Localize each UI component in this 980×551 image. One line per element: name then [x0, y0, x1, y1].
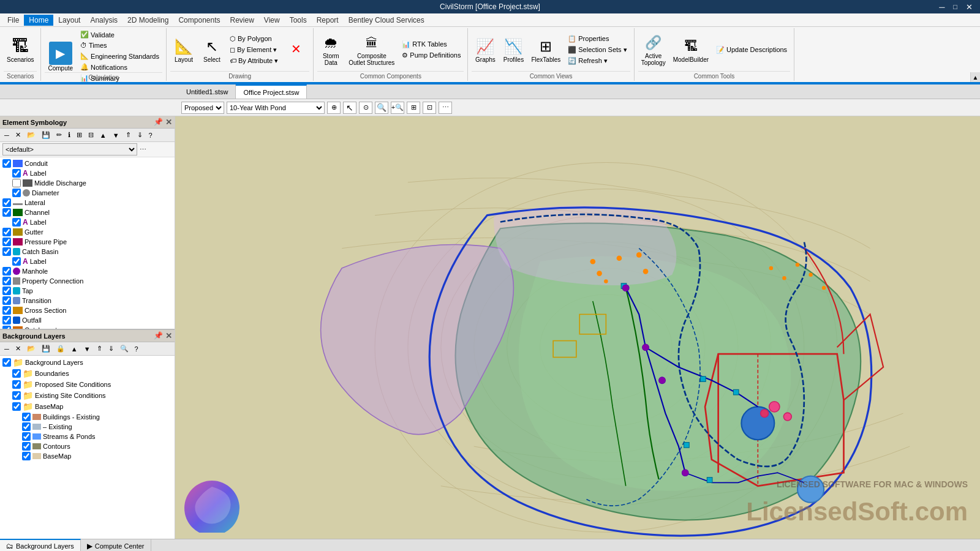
tool-up[interactable]: ▲: [97, 130, 109, 140]
rtk-btn[interactable]: 📊 RTK Tables: [399, 39, 464, 50]
bg-tool-minus[interactable]: ─: [2, 344, 12, 354]
flextables-btn[interactable]: ⊞ FlexTables: [528, 30, 564, 69]
close-x-btn[interactable]: ✕: [282, 29, 309, 69]
bg-tool-lock[interactable]: 🔒: [54, 343, 67, 354]
elem-sym-select[interactable]: <default>: [2, 143, 137, 156]
menu-bentley[interactable]: Bentley Cloud Services: [344, 15, 429, 26]
by-attribute-btn[interactable]: 🏷 By Attribute ▾: [227, 56, 281, 66]
manhole-check[interactable]: [2, 267, 11, 276]
boundaries-check[interactable]: [12, 369, 21, 378]
existing-sub-check[interactable]: [22, 422, 31, 431]
channel-check[interactable]: [2, 208, 11, 217]
selection-sets-btn[interactable]: ⬛ Selection Sets ▾: [565, 45, 630, 55]
bg-tool-down[interactable]: ▼: [81, 344, 93, 354]
buildings-check[interactable]: [22, 413, 31, 421]
bg-tool-help[interactable]: ?: [132, 344, 141, 354]
storm-data-btn[interactable]: 🌧 StormData: [317, 30, 344, 69]
maximize-btn[interactable]: □: [949, 3, 961, 10]
scenarios-btn[interactable]: 🏗 Scenarios: [4, 30, 37, 69]
basemap-sub-check[interactable]: [22, 452, 31, 460]
tree-pressure-pipe[interactable]: Pressure Pipe: [1, 237, 173, 247]
conduit-label-check[interactable]: [12, 169, 21, 178]
tree-manhole[interactable]: Manhole: [1, 266, 173, 276]
menu-2dmodeling[interactable]: 2D Modeling: [123, 15, 173, 26]
bg-root-check[interactable]: [2, 358, 11, 367]
tree-gutter[interactable]: Gutter: [1, 227, 173, 237]
tool-movedown[interactable]: ⇓: [135, 130, 145, 140]
tree-conduit-label[interactable]: A Label: [1, 168, 173, 178]
return-period-select[interactable]: 10-Year With Pond: [227, 102, 325, 114]
menu-components[interactable]: Components: [173, 15, 225, 26]
property-connection-check[interactable]: [2, 277, 11, 285]
view-btn-crosshair[interactable]: ⊙: [359, 102, 372, 114]
menu-analysis[interactable]: Analysis: [85, 15, 123, 26]
tab-untitled[interactable]: Untitled1.stsw: [179, 84, 236, 99]
tree-bg-root[interactable]: 📁 Background Layers: [1, 357, 173, 368]
conduit-check[interactable]: [2, 159, 11, 168]
tree-catch-basin-label[interactable]: A Label: [1, 257, 173, 266]
tool-edit[interactable]: ✏: [54, 130, 64, 140]
proposed-site-check[interactable]: [12, 380, 21, 389]
menu-tools[interactable]: Tools: [285, 15, 312, 26]
lateral-check[interactable]: [2, 198, 11, 207]
tree-contours[interactable]: Contours: [1, 441, 173, 451]
tree-existing-site[interactable]: 📁 Existing Site Conditions: [1, 390, 173, 401]
catch-basin-label-check[interactable]: [12, 257, 21, 266]
refresh-btn[interactable]: 🔄 Refresh ▾: [565, 56, 630, 66]
bg-tool-open[interactable]: 📂: [24, 343, 38, 354]
tool-help[interactable]: ?: [146, 130, 155, 140]
basemap-check[interactable]: [12, 402, 21, 411]
tree-middle-discharge[interactable]: Middle Discharge: [1, 178, 173, 188]
view-btn-grid[interactable]: ⊡: [423, 102, 436, 114]
transition-check[interactable]: [2, 296, 11, 305]
active-topology-btn[interactable]: 🔗 ActiveTopology: [638, 30, 669, 69]
elem-sym-more[interactable]: ⋯: [140, 146, 146, 154]
layout-btn[interactable]: 📐 Layout: [170, 30, 197, 69]
view-btn-more[interactable]: ⋯: [439, 102, 452, 114]
tree-tap[interactable]: Tap: [1, 286, 173, 296]
notifications-btn[interactable]: 🔔 Notifications: [77, 62, 162, 72]
model-builder-btn[interactable]: 🏗 ModelBuilder: [670, 30, 712, 69]
menu-view[interactable]: View: [259, 15, 285, 26]
update-desc-btn[interactable]: 📝 Update Descriptions: [713, 45, 790, 55]
times-btn[interactable]: ⏱ Times: [77, 40, 162, 50]
middle-discharge-check[interactable]: [12, 179, 21, 187]
tree-basemap[interactable]: 📁 BaseMap: [1, 401, 173, 412]
tree-channel[interactable]: Channel: [1, 208, 173, 217]
scenario-select[interactable]: Proposed: [181, 102, 224, 114]
close-bg-layers-btn[interactable]: ✕: [165, 331, 172, 340]
tool-minus[interactable]: ─: [2, 130, 12, 140]
tree-existing-sub[interactable]: – Existing: [1, 422, 173, 432]
view-btn-1[interactable]: ⊕: [327, 102, 341, 114]
tree-catchment[interactable]: Catchment: [1, 325, 173, 329]
bg-tool-up[interactable]: ▲: [69, 344, 80, 354]
tree-streams[interactable]: Streams & Ponds: [1, 432, 173, 441]
tree-transition[interactable]: Transition: [1, 296, 173, 305]
menu-file[interactable]: File: [2, 15, 24, 26]
tree-catch-basin[interactable]: Catch Basin: [1, 247, 173, 257]
tap-check[interactable]: [2, 287, 11, 295]
by-polygon-btn[interactable]: ⬡ By Polygon: [227, 34, 281, 44]
catch-basin-check[interactable]: [2, 247, 11, 256]
tool-expand[interactable]: ⊞: [74, 130, 85, 140]
catchment-check[interactable]: [2, 326, 11, 329]
menu-home[interactable]: Home: [24, 15, 53, 26]
pressure-pipe-check[interactable]: [2, 238, 11, 246]
tab-background-layers[interactable]: 🗂 Background Layers: [0, 539, 81, 551]
bg-tool-moveup[interactable]: ⇑: [94, 343, 105, 354]
tool-moveup[interactable]: ⇑: [123, 130, 134, 140]
tool-open[interactable]: 📂: [24, 130, 38, 140]
close-elem-sym-btn[interactable]: ✕: [165, 118, 172, 127]
tree-outfall[interactable]: Outfall: [1, 315, 173, 325]
validate-btn[interactable]: ✅ Validate: [77, 29, 162, 40]
bg-tool-save[interactable]: 💾: [39, 343, 53, 354]
tool-info[interactable]: ℹ: [66, 130, 73, 140]
minimize-btn[interactable]: ─: [935, 2, 948, 12]
tree-cross-section[interactable]: Cross Section: [1, 305, 173, 315]
composite-btn[interactable]: 🏛 CompositeOutlet Structures: [345, 30, 398, 69]
menu-review[interactable]: Review: [225, 15, 259, 26]
view-btn-arrow[interactable]: ↖: [343, 102, 356, 114]
tree-boundaries[interactable]: 📁 Boundaries: [1, 368, 173, 379]
tool-save[interactable]: 💾: [39, 130, 53, 140]
tree-buildings[interactable]: Buildings - Existing: [1, 412, 173, 422]
